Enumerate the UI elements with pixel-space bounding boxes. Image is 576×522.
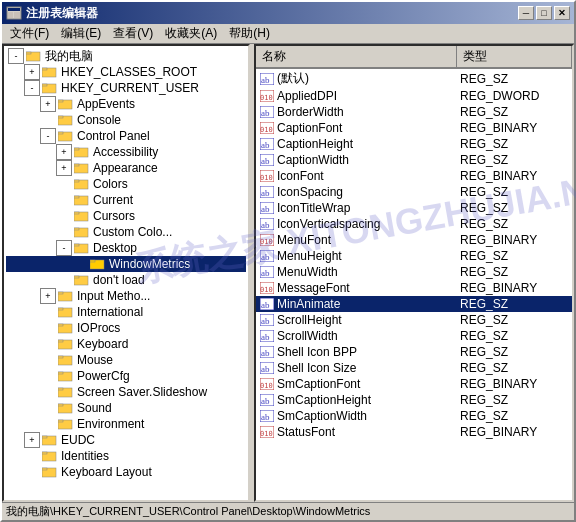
table-row[interactable]: ab SmCaptionWidth REG_SZ — [256, 408, 572, 424]
tree-item-hkcr[interactable]: + HKEY_CLASSES_ROOT — [6, 64, 246, 80]
tree-item-powercfg[interactable]: PowerCfg — [6, 368, 246, 384]
table-row[interactable]: ab CaptionHeight REG_SZ — [256, 136, 572, 152]
expander-icon[interactable]: + — [40, 288, 56, 304]
reg-name-cell: ab MenuWidth — [256, 264, 456, 280]
reg-name: CaptionHeight — [277, 137, 353, 151]
tree-item-screensaver[interactable]: Screen Saver.Slideshow — [6, 384, 246, 400]
folder-icon — [58, 353, 74, 367]
expander-icon[interactable]: - — [8, 48, 24, 64]
menu-file[interactable]: 文件(F) — [4, 23, 55, 44]
expander-icon[interactable]: + — [24, 432, 40, 448]
table-row[interactable]: ab CaptionWidth REG_SZ — [256, 152, 572, 168]
expander-icon[interactable]: - — [24, 80, 40, 96]
menu-edit[interactable]: 编辑(E) — [55, 23, 107, 44]
tree-pane[interactable]: - 我的电脑+ HKEY_CLASSES_ROOT- HKEY_CURRENT_… — [2, 44, 250, 502]
table-row[interactable]: ab MenuHeight REG_SZ — [256, 248, 572, 264]
svg-rect-41 — [58, 340, 63, 342]
tree-item-identities[interactable]: Identities — [6, 448, 246, 464]
reg-name: IconSpacing — [277, 185, 343, 199]
col-type[interactable]: 类型 — [456, 46, 572, 68]
table-row[interactable]: ab Shell Icon BPP REG_SZ — [256, 344, 572, 360]
reg-name: MenuHeight — [277, 249, 342, 263]
tree-item-ioprocs[interactable]: IOProcs — [6, 320, 246, 336]
table-row[interactable]: ab Shell Icon Size REG_SZ — [256, 360, 572, 376]
svg-text:010: 010 — [260, 286, 273, 294]
reg-name-cell: ab BorderWidth — [256, 104, 456, 120]
svg-text:010: 010 — [260, 174, 273, 182]
reg-name: IconVerticalspacing — [277, 217, 380, 231]
menu-view[interactable]: 查看(V) — [107, 23, 159, 44]
tree-item-sound[interactable]: Sound — [6, 400, 246, 416]
tree-item-international[interactable]: International — [6, 304, 246, 320]
folder-icon — [42, 65, 58, 79]
tree-item-appearance[interactable]: + Appearance — [6, 160, 246, 176]
table-row[interactable]: ab MinAnimate REG_SZ — [256, 296, 572, 312]
tree-item-current[interactable]: Current — [6, 192, 246, 208]
tree-item-windowmetrics[interactable]: WindowMetrics — [6, 256, 246, 272]
tree-item-environment[interactable]: Environment — [6, 416, 246, 432]
table-row[interactable]: 010 CaptionFont REG_BINARY — [256, 120, 572, 136]
tree-item-mouse[interactable]: Mouse — [6, 352, 246, 368]
table-row[interactable]: 010 SmCaptionFont REG_BINARY — [256, 376, 572, 392]
minimize-button[interactable]: ─ — [518, 6, 534, 20]
window-title: 注册表编辑器 — [26, 5, 518, 22]
tree-item-controlpanel[interactable]: - Control Panel — [6, 128, 246, 144]
registry-tree: - 我的电脑+ HKEY_CLASSES_ROOT- HKEY_CURRENT_… — [4, 46, 248, 482]
table-row[interactable]: ab IconTitleWrap REG_SZ — [256, 200, 572, 216]
svg-text:ab: ab — [261, 220, 270, 230]
tree-item-customcolo[interactable]: Custom Colo... — [6, 224, 246, 240]
reg-type-cell: REG_BINARY — [456, 376, 572, 392]
reg-name-cell: 010 MenuFont — [256, 232, 456, 248]
tree-item-desktop[interactable]: - Desktop — [6, 240, 246, 256]
table-row[interactable]: 010 AppliedDPI REG_DWORD — [256, 88, 572, 104]
reg-type-icon: 010 — [260, 170, 274, 182]
svg-rect-5 — [26, 52, 31, 54]
table-row[interactable]: ab MenuWidth REG_SZ — [256, 264, 572, 280]
table-row[interactable]: 010 IconFont REG_BINARY — [256, 168, 572, 184]
folder-icon — [74, 145, 90, 159]
tree-item-colors[interactable]: Colors — [6, 176, 246, 192]
tree-item-hkcu[interactable]: - HKEY_CURRENT_USER — [6, 80, 246, 96]
table-row[interactable]: 010 StatusFont REG_BINARY — [256, 424, 572, 440]
table-row[interactable]: ab ScrollHeight REG_SZ — [256, 312, 572, 328]
table-row[interactable]: ab IconSpacing REG_SZ — [256, 184, 572, 200]
table-row[interactable]: ab BorderWidth REG_SZ — [256, 104, 572, 120]
expander-icon[interactable]: - — [56, 240, 72, 256]
reg-name-cell: 010 AppliedDPI — [256, 88, 456, 104]
reg-type-icon: ab — [260, 138, 274, 150]
table-row[interactable]: ab ScrollWidth REG_SZ — [256, 328, 572, 344]
svg-text:ab: ab — [261, 252, 270, 262]
tree-label: HKEY_CLASSES_ROOT — [61, 65, 197, 79]
maximize-button[interactable]: □ — [536, 6, 552, 20]
tree-item-appevents[interactable]: + AppEvents — [6, 96, 246, 112]
expander-icon[interactable]: + — [24, 64, 40, 80]
close-button[interactable]: ✕ — [554, 6, 570, 20]
table-row[interactable]: ab SmCaptionHeight REG_SZ — [256, 392, 572, 408]
tree-item-eudc[interactable]: + EUDC — [6, 432, 246, 448]
menu-favorites[interactable]: 收藏夹(A) — [159, 23, 223, 44]
expander-icon[interactable]: + — [56, 160, 72, 176]
tree-item-console[interactable]: Console — [6, 112, 246, 128]
svg-rect-25 — [74, 212, 79, 214]
tree-item-inputmetho[interactable]: + Input Metho... — [6, 288, 246, 304]
col-name[interactable]: 名称 — [256, 46, 456, 68]
tree-item-accessibility[interactable]: + Accessibility — [6, 144, 246, 160]
expander-icon[interactable]: + — [56, 144, 72, 160]
reg-type-cell: REG_DWORD — [456, 88, 572, 104]
table-row[interactable]: ab IconVerticalspacing REG_SZ — [256, 216, 572, 232]
tree-item-keyboard[interactable]: Keyboard — [6, 336, 246, 352]
svg-text:ab: ab — [261, 268, 270, 278]
svg-rect-3 — [14, 12, 20, 18]
tree-item-keyboardlayout[interactable]: Keyboard Layout — [6, 464, 246, 480]
folder-icon — [58, 385, 74, 399]
tree-item-dontload[interactable]: don't load — [6, 272, 246, 288]
expander-icon[interactable]: - — [40, 128, 56, 144]
expander-icon[interactable]: + — [40, 96, 56, 112]
table-row[interactable]: 010 MenuFont REG_BINARY — [256, 232, 572, 248]
menu-help[interactable]: 帮助(H) — [223, 23, 276, 44]
table-row[interactable]: ab (默认) REG_SZ — [256, 68, 572, 88]
tree-item-mypc[interactable]: - 我的电脑 — [6, 48, 246, 64]
tree-item-cursors[interactable]: Cursors — [6, 208, 246, 224]
values-pane[interactable]: 名称 类型 ab (默认) REG_SZ 010 AppliedDPI REG_… — [254, 44, 574, 502]
table-row[interactable]: 010 MessageFont REG_BINARY — [256, 280, 572, 296]
